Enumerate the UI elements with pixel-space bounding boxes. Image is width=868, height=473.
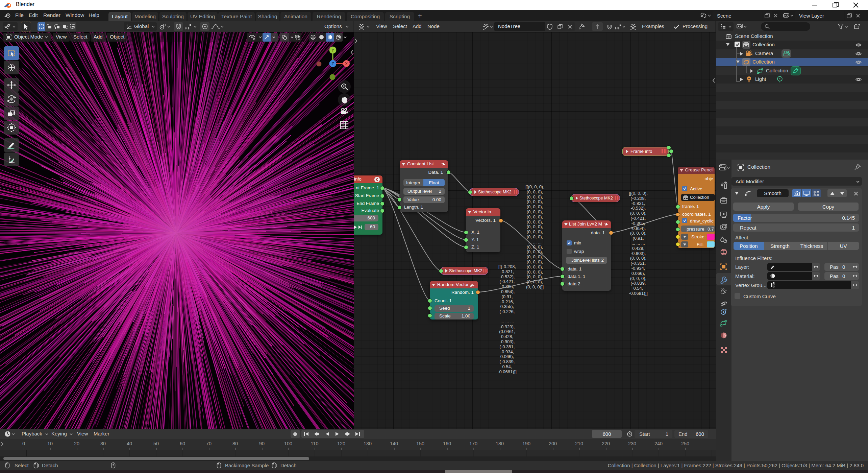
svg-text:Z: Z xyxy=(331,62,334,66)
svg-text:Y: Y xyxy=(331,48,334,53)
svg-text:X: X xyxy=(345,62,348,66)
